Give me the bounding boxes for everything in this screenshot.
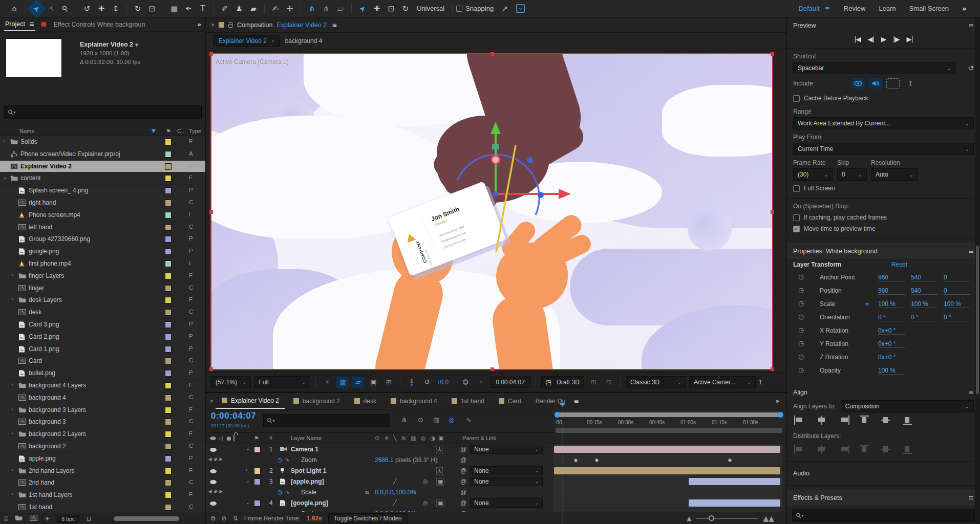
- capture-frame-icon[interactable]: ⁘: [516, 4, 525, 13]
- checkbox-unchecked-icon[interactable]: [793, 95, 800, 102]
- layer-duration-bar[interactable]: [689, 478, 780, 485]
- shy-layers-icon[interactable]: ⊙: [418, 416, 423, 424]
- time-ruler[interactable]: 0:00 00:15s 00:30s 00:45s 01:00s 01:15s: [556, 420, 786, 428]
- zoom-slider-track[interactable]: [696, 518, 758, 519]
- view-layout-grid-icon[interactable]: ⊞: [587, 377, 600, 388]
- layer-duration-row[interactable]: [553, 476, 782, 487]
- label-color-chip[interactable]: [165, 407, 172, 413]
- toolbar-tool[interactable]: ▰: [247, 2, 260, 15]
- motion-blur-icon[interactable]: ◎: [449, 416, 454, 424]
- expand-arrow-icon[interactable]: ›: [11, 272, 17, 278]
- expand-arrow-icon[interactable]: ⌄: [246, 446, 250, 451]
- scrollbar-thumb[interactable]: [976, 246, 979, 394]
- project-item-row[interactable]: › background 3 Layers F: [0, 404, 205, 417]
- align-to-dropdown[interactable]: Composition⌄: [841, 400, 974, 412]
- layer-color-chip[interactable]: [254, 446, 261, 453]
- parent-dropdown[interactable]: None⌄: [470, 466, 543, 475]
- tab-effect-controls[interactable]: Effect Controls White backgroun: [53, 21, 145, 28]
- label-color-chip[interactable]: [165, 358, 172, 364]
- snapping-checkbox[interactable]: [456, 6, 462, 12]
- distribute-button[interactable]: [902, 445, 914, 454]
- expand-arrow-icon[interactable]: ›: [11, 430, 17, 436]
- layer-name[interactable]: Spot Light 1: [291, 467, 326, 474]
- project-item-row[interactable]: Card C: [0, 355, 205, 367]
- pixel-aspect-icon[interactable]: ⊟: [603, 377, 615, 388]
- toolbar-tool[interactable]: [351, 4, 352, 14]
- playhead[interactable]: [563, 404, 563, 524]
- project-item-name[interactable]: Phone screen.mp4: [29, 211, 80, 219]
- transparency-grid-icon[interactable]: ▦: [336, 377, 349, 388]
- project-item-row[interactable]: Group 427320660.png P: [0, 233, 205, 246]
- adjustment-icon[interactable]: ✈: [45, 515, 50, 522]
- keyframe-icon[interactable]: [728, 458, 732, 462]
- frame-blending-icon[interactable]: ▥: [433, 416, 439, 424]
- property-name[interactable]: Orientation: [820, 314, 850, 321]
- timeline-tab[interactable]: desk: [348, 394, 382, 408]
- align-button[interactable]: [837, 416, 849, 425]
- label-color-chip[interactable]: [165, 382, 172, 389]
- project-item-row[interactable]: google.png P: [0, 246, 205, 258]
- panel-scrollbar[interactable]: [975, 17, 980, 524]
- expand-arrow-icon[interactable]: ⌄: [3, 174, 9, 180]
- label-color-chip[interactable]: [165, 492, 172, 498]
- shy-switch-icon[interactable]: ⊙: [375, 435, 379, 442]
- toolbar-tool[interactable]: ➤: [27, 0, 46, 18]
- project-item-name[interactable]: 2nd hand Layers: [29, 467, 74, 474]
- label-color-chip[interactable]: [165, 224, 172, 231]
- label-color-chip[interactable]: [165, 370, 172, 377]
- align-button[interactable]: [816, 416, 828, 425]
- project-item-row[interactable]: Splash screen_ 4.png P: [0, 185, 205, 197]
- pickwhip-icon[interactable]: @: [460, 467, 466, 474]
- toolbar-tool[interactable]: ☝: [44, 2, 57, 15]
- toolbar-tool[interactable]: ⌂: [8, 2, 21, 15]
- toolbar-tool[interactable]: ↻: [131, 2, 144, 15]
- workspace-switcher[interactable]: Default ≡: [799, 5, 830, 12]
- property-value-x[interactable]: 100 %: [878, 367, 905, 375]
- workspace-name[interactable]: Default: [799, 5, 820, 12]
- tab-project[interactable]: Project ≡: [4, 17, 35, 31]
- transport-button[interactable]: ▶|: [906, 35, 912, 43]
- workspace-item[interactable]: Small Screen: [909, 5, 949, 12]
- expand-arrow-icon[interactable]: ›: [11, 491, 17, 497]
- timeline-search-input[interactable]: ⚲▾: [263, 414, 390, 427]
- current-timecode[interactable]: 0:00:04:07: [211, 411, 256, 421]
- layer-duration-bar[interactable]: [554, 446, 780, 453]
- project-item-row[interactable]: Phone screen.mp4 I: [0, 209, 205, 222]
- project-item-row[interactable]: background 4 C: [0, 392, 205, 404]
- parent-dropdown[interactable]: None⌄: [470, 477, 543, 486]
- lock-icon[interactable]: [228, 24, 233, 28]
- project-item-name[interactable]: apple.png: [29, 455, 56, 462]
- label-color-chip[interactable]: [165, 285, 172, 292]
- exposure-value[interactable]: +0.0: [436, 379, 449, 386]
- property-value-x[interactable]: 100 %: [878, 300, 905, 308]
- project-item-name[interactable]: finger Layers: [29, 272, 64, 279]
- toolbar-tool[interactable]: [214, 4, 214, 14]
- project-item-name[interactable]: Card 3.png: [29, 321, 59, 328]
- timeline-graph-area[interactable]: [553, 444, 782, 512]
- property-value-y[interactable]: 540: [911, 287, 938, 295]
- label-color-chip[interactable]: [165, 175, 172, 182]
- toolbar-tool[interactable]: [264, 4, 265, 14]
- video-column-icon[interactable]: [210, 435, 216, 441]
- distribute-button[interactable]: [794, 445, 806, 454]
- toolbar-tool[interactable]: T: [196, 2, 209, 15]
- label-column-icon[interactable]: ⚑: [254, 435, 259, 442]
- project-item-row[interactable]: background 3 C: [0, 416, 205, 428]
- project-item-name[interactable]: right hand: [29, 199, 56, 206]
- property-value-z[interactable]: 0: [944, 287, 970, 295]
- label-color-chip[interactable]: [165, 321, 172, 328]
- project-column-headers[interactable]: Name ▼ ⚑ C.. Type: [0, 126, 205, 136]
- label-color-chip[interactable]: [165, 419, 172, 425]
- new-folder-icon[interactable]: [15, 515, 23, 522]
- shortcut-dropdown[interactable]: Spacebar⌄: [793, 62, 955, 74]
- stopwatch-icon[interactable]: ◷: [798, 273, 804, 280]
- project-item-row[interactable]: › background 2 Layers F: [0, 428, 205, 441]
- pickwhip-icon[interactable]: @: [460, 446, 466, 453]
- project-item-row[interactable]: › Solids F: [0, 136, 205, 148]
- toolbar-tool[interactable]: ✚: [370, 2, 384, 15]
- project-item-name[interactable]: Card: [29, 357, 42, 364]
- project-item-name[interactable]: background 2 Layers: [29, 430, 86, 438]
- viewer-tab-comp-name[interactable]: Explainer Video 2: [277, 21, 327, 29]
- comp-handle[interactable]: [491, 52, 494, 56]
- project-item-row[interactable]: › 2nd hand Layers F: [0, 465, 205, 477]
